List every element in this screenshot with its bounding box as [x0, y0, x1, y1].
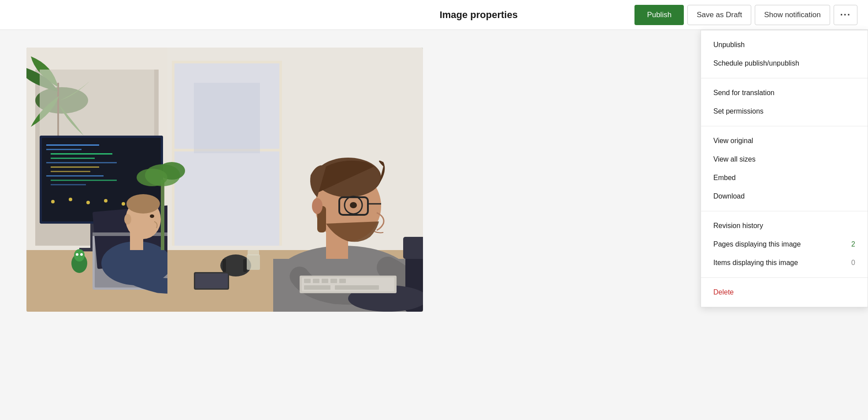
menu-item-delete[interactable]: Delete [701, 283, 868, 302]
dropdown-section-3: View original View all sizes Embed Downl… [701, 126, 868, 211]
menu-item-set-permissions-label: Set permissions [713, 107, 764, 115]
top-bar: Image properties Publish Save as Draft S… [0, 0, 868, 30]
menu-item-pages-displaying-label: Pages displaying this image [713, 240, 801, 248]
menu-item-delete-label: Delete [713, 288, 734, 296]
menu-item-set-permissions[interactable]: Set permissions [701, 102, 868, 121]
dropdown-section-1: Unpublish Schedule publish/unpublish [701, 30, 868, 78]
menu-item-pages-displaying[interactable]: Pages displaying this image 2 [701, 235, 868, 254]
more-options-button[interactable]: ··· [834, 5, 857, 25]
menu-item-revision-history-label: Revision history [713, 222, 763, 230]
menu-item-send-translation[interactable]: Send for translation [701, 84, 868, 102]
items-displaying-badge: 0 [851, 259, 855, 267]
page-title: Image properties [323, 9, 634, 21]
menu-item-download-label: Download [713, 192, 745, 200]
menu-item-schedule-label: Schedule publish/unpublish [713, 59, 799, 67]
menu-item-view-original[interactable]: View original [701, 132, 868, 150]
menu-item-embed[interactable]: Embed [701, 169, 868, 187]
menu-item-items-displaying[interactable]: Items displaying this image 0 [701, 254, 868, 272]
menu-item-unpublish-label: Unpublish [713, 41, 745, 49]
top-bar-actions: Publish Save as Draft Show notification … [634, 5, 857, 25]
image-svg [26, 48, 423, 312]
menu-item-send-translation-label: Send for translation [713, 89, 775, 97]
menu-item-revision-history[interactable]: Revision history [701, 217, 868, 235]
menu-item-embed-label: Embed [713, 174, 736, 182]
publish-button[interactable]: Publish [634, 5, 684, 25]
menu-item-view-original-label: View original [713, 137, 753, 145]
dropdown-section-2: Send for translation Set permissions [701, 78, 868, 126]
dropdown-menu: Unpublish Schedule publish/unpublish Sen… [701, 30, 868, 307]
pages-displaying-badge: 2 [851, 240, 855, 248]
menu-item-items-displaying-label: Items displaying this image [713, 259, 798, 267]
menu-item-view-all-sizes[interactable]: View all sizes [701, 150, 868, 169]
dropdown-section-5: Delete [701, 278, 868, 307]
menu-item-view-all-sizes-label: View all sizes [713, 155, 756, 163]
dropdown-section-4: Revision history Pages displaying this i… [701, 211, 868, 278]
save-draft-button[interactable]: Save as Draft [687, 5, 751, 25]
main-image [26, 48, 423, 312]
menu-item-download[interactable]: Download [701, 187, 868, 206]
show-notification-button[interactable]: Show notification [755, 5, 830, 25]
menu-item-unpublish[interactable]: Unpublish [701, 36, 868, 54]
menu-item-schedule[interactable]: Schedule publish/unpublish [701, 54, 868, 73]
svg-rect-85 [26, 48, 423, 312]
